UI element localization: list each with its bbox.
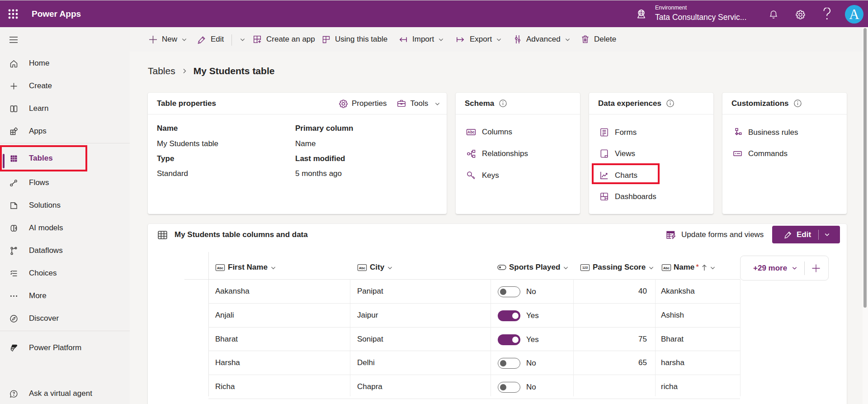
svg-text:Abc: Abc [359,266,365,270]
svg-text:Abc: Abc [467,130,475,134]
svg-text:123: 123 [582,266,588,270]
svg-text:Abc: Abc [663,266,670,270]
svg-text:Abc: Abc [217,266,223,270]
